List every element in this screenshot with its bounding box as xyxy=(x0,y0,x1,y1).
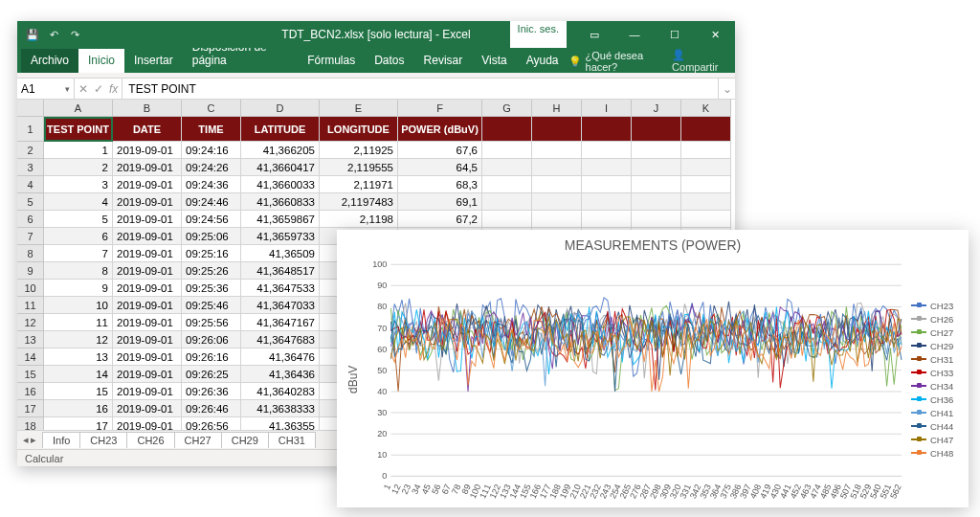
cell[interactable]: 09:26:06 xyxy=(182,331,241,348)
cell[interactable] xyxy=(482,142,532,159)
column-header[interactable]: E xyxy=(320,100,398,117)
cell[interactable]: 2019-09-01 xyxy=(113,348,182,366)
cell[interactable]: 2019-09-01 xyxy=(113,159,182,176)
header-cell[interactable] xyxy=(482,117,532,142)
cell[interactable]: 2019-09-01 xyxy=(113,331,182,348)
cell[interactable]: 09:25:26 xyxy=(182,262,241,280)
cell[interactable]: 2019-09-01 xyxy=(113,383,182,400)
cell[interactable]: 67,2 xyxy=(398,211,482,228)
row-header[interactable]: 3 xyxy=(17,159,44,176)
cell[interactable]: 41,3659867 xyxy=(241,211,320,228)
cell[interactable]: 10 xyxy=(44,297,113,314)
cell[interactable]: 41,3660833 xyxy=(241,193,320,211)
save-icon[interactable]: 💾 xyxy=(25,27,40,42)
cell[interactable]: 41,36355 xyxy=(241,417,320,430)
signin-button[interactable]: Inic. ses. xyxy=(510,21,567,48)
cell[interactable] xyxy=(582,193,632,211)
cell[interactable] xyxy=(632,193,681,211)
cell[interactable]: 2019-09-01 xyxy=(113,228,182,245)
cell[interactable]: 2,1198 xyxy=(320,211,398,228)
cell[interactable]: 09:24:36 xyxy=(182,176,241,193)
cell[interactable]: 14 xyxy=(44,366,113,383)
cell[interactable]: 7 xyxy=(44,245,113,262)
cell[interactable] xyxy=(532,142,582,159)
row-header[interactable]: 15 xyxy=(17,366,44,383)
cell[interactable]: 09:26:46 xyxy=(182,400,241,417)
cell[interactable] xyxy=(482,193,532,211)
share-button[interactable]: 👤 Compartir xyxy=(672,49,725,73)
column-header[interactable]: A xyxy=(44,100,113,117)
cell[interactable]: 09:25:36 xyxy=(182,280,241,297)
tellme-text[interactable]: ¿Qué desea hacer? xyxy=(586,50,663,73)
cell[interactable] xyxy=(582,159,632,176)
row-header[interactable]: 13 xyxy=(17,331,44,348)
cell[interactable]: 16 xyxy=(44,400,113,417)
sheet-tab-ch31[interactable]: CH31 xyxy=(268,432,316,448)
cell[interactable] xyxy=(632,142,681,159)
cell[interactable]: 6 xyxy=(44,228,113,245)
cell[interactable] xyxy=(582,142,632,159)
cell[interactable]: 41,3647033 xyxy=(241,297,320,314)
expand-formula-icon[interactable]: ⌄ xyxy=(718,79,735,99)
row-header[interactable]: 16 xyxy=(17,383,44,400)
cell[interactable]: 64,5 xyxy=(398,159,482,176)
sheet-tab-ch23[interactable]: CH23 xyxy=(79,432,127,448)
cell[interactable]: 68,3 xyxy=(398,176,482,193)
cell[interactable]: 09:26:16 xyxy=(182,348,241,366)
column-header[interactable]: G xyxy=(482,100,532,117)
tab-vista[interactable]: Vista xyxy=(472,49,516,73)
cell[interactable]: 2019-09-01 xyxy=(113,400,182,417)
header-cell[interactable]: TEST POINT xyxy=(44,117,113,142)
row-header[interactable]: 2 xyxy=(17,142,44,159)
cell[interactable] xyxy=(532,159,582,176)
cell[interactable]: 09:25:46 xyxy=(182,297,241,314)
cell[interactable]: 09:26:56 xyxy=(182,417,241,430)
cell[interactable]: 41,3647167 xyxy=(241,314,320,331)
header-cell[interactable]: POWER (dBuV) xyxy=(398,117,482,142)
cell[interactable]: 4 xyxy=(44,193,113,211)
cell[interactable]: 13 xyxy=(44,348,113,366)
row-header[interactable]: 10 xyxy=(17,280,44,297)
cancel-icon[interactable]: ✕ xyxy=(78,82,88,96)
cell[interactable]: 41,36476 xyxy=(241,348,320,366)
cell[interactable] xyxy=(681,159,731,176)
row-header[interactable]: 14 xyxy=(17,348,44,366)
cell[interactable]: 1 xyxy=(44,142,113,159)
column-header[interactable]: D xyxy=(241,100,320,117)
cell[interactable]: 2019-09-01 xyxy=(113,366,182,383)
cell[interactable] xyxy=(632,211,681,228)
row-header[interactable]: 8 xyxy=(17,245,44,262)
cell[interactable]: 2 xyxy=(44,159,113,176)
cell[interactable]: 41,36436 xyxy=(241,366,320,383)
cell[interactable] xyxy=(632,159,681,176)
header-cell[interactable] xyxy=(681,117,731,142)
cell[interactable] xyxy=(632,176,681,193)
cell[interactable]: 41,3647683 xyxy=(241,331,320,348)
header-cell[interactable]: TIME xyxy=(182,117,241,142)
close-button[interactable]: ✕ xyxy=(695,21,735,48)
cell[interactable]: 2,119555 xyxy=(320,159,398,176)
sheet-tab-info[interactable]: Info xyxy=(42,432,80,448)
formula-input[interactable]: TEST POINT xyxy=(122,79,718,99)
cell[interactable]: 09:26:25 xyxy=(182,366,241,383)
cell[interactable]: 09:24:56 xyxy=(182,211,241,228)
row-header[interactable]: 5 xyxy=(17,193,44,211)
cell[interactable] xyxy=(532,176,582,193)
tab-inicio[interactable]: Inicio xyxy=(78,49,124,73)
column-header[interactable]: B xyxy=(113,100,182,117)
cell[interactable] xyxy=(582,211,632,228)
cell[interactable] xyxy=(681,176,731,193)
tab-fórmulas[interactable]: Fórmulas xyxy=(298,49,365,73)
fx-icon[interactable]: fx xyxy=(109,82,118,96)
cell[interactable]: 41,3647533 xyxy=(241,280,320,297)
cell[interactable]: 2019-09-01 xyxy=(113,245,182,262)
header-cell[interactable] xyxy=(582,117,632,142)
tab-insertar[interactable]: Insertar xyxy=(124,49,183,73)
cell[interactable]: 2,11971 xyxy=(320,176,398,193)
header-cell[interactable]: DATE xyxy=(113,117,182,142)
cell[interactable]: 09:25:06 xyxy=(182,228,241,245)
cell[interactable]: 09:25:16 xyxy=(182,245,241,262)
cell[interactable]: 2019-09-01 xyxy=(113,297,182,314)
cell[interactable]: 09:26:36 xyxy=(182,383,241,400)
cell[interactable]: 41,3660033 xyxy=(241,176,320,193)
